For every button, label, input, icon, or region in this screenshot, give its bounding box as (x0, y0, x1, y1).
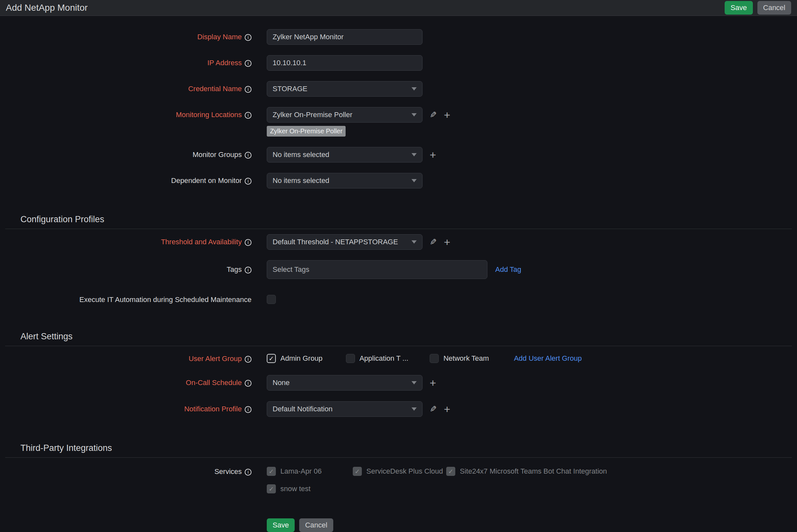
monitoring-locations-row: Monitoring Locationsi Zylker On-Premise … (0, 107, 797, 137)
alert-group-option: Application T ... (346, 354, 409, 363)
credential-name-row: Credential Namei STORAGE (0, 81, 797, 97)
add-tag-link[interactable]: Add Tag (495, 265, 521, 274)
section-divider (5, 229, 792, 229)
info-icon[interactable]: i (245, 152, 252, 159)
cancel-button-top[interactable]: Cancel (757, 1, 791, 15)
info-icon[interactable]: i (245, 86, 252, 93)
service-option: ✓ Site24x7 Microsoft Teams Bot Chat Inte… (446, 467, 607, 476)
notification-profile-label: Notification Profilei (0, 401, 252, 417)
edit-icon[interactable]: ✎ (430, 405, 437, 413)
ip-address-label: IP Addressi (0, 55, 252, 71)
add-icon[interactable]: + (444, 236, 450, 248)
application-team-checkbox[interactable] (346, 354, 355, 363)
third-party-title: Third-Party Integrations (20, 443, 797, 453)
notification-profile-row: Notification Profilei Default Notificati… (0, 401, 797, 417)
lama-apr-checkbox: ✓ (267, 467, 276, 476)
admin-group-checkbox[interactable]: ✓ (267, 354, 276, 363)
chevron-down-icon (411, 179, 417, 182)
monitoring-locations-label: Monitoring Locationsi (0, 107, 252, 122)
chevron-down-icon (411, 87, 417, 91)
display-name-row: Display Namei (0, 29, 797, 45)
check-icon: ✓ (269, 356, 274, 362)
check-icon: ✓ (269, 469, 274, 475)
save-button-top[interactable]: Save (725, 1, 753, 15)
threshold-row: Threshold and Availabilityi Default Thre… (0, 234, 797, 250)
page-title: Add NetApp Monitor (6, 3, 88, 13)
monitor-groups-row: Monitor Groupsi No items selected + (0, 147, 797, 163)
info-icon[interactable]: i (245, 267, 252, 273)
add-icon[interactable]: + (430, 377, 436, 388)
chevron-down-icon (411, 240, 417, 244)
chevron-down-icon (411, 153, 417, 156)
info-icon[interactable]: i (245, 60, 252, 67)
form-content: Display Namei IP Addressi Credential Nam… (0, 16, 797, 532)
dependent-on-monitor-value: No items selected (273, 176, 329, 185)
ip-address-input[interactable] (267, 55, 423, 71)
chevron-down-icon (411, 407, 417, 411)
configuration-profiles-section: Configuration Profiles (0, 214, 797, 229)
alert-group-option: ✓ Admin Group (267, 354, 322, 363)
info-icon[interactable]: i (245, 406, 252, 413)
monitoring-locations-select[interactable]: Zylker On-Premise Poller (267, 107, 423, 122)
dependent-on-monitor-label: Dependent on Monitori (0, 173, 252, 188)
notification-profile-select[interactable]: Default Notification (267, 401, 423, 417)
info-icon[interactable]: i (245, 239, 252, 246)
add-user-alert-group-link[interactable]: Add User Alert Group (514, 354, 582, 363)
save-button-bottom[interactable]: Save (267, 518, 295, 532)
info-icon[interactable]: i (245, 380, 252, 387)
on-call-schedule-row: On-Call Schedulei None + (0, 375, 797, 391)
notification-profile-value: Default Notification (273, 405, 333, 413)
info-icon[interactable]: i (245, 34, 252, 41)
selected-location-chip: Zylker On-Premise Poller (267, 126, 346, 137)
on-call-schedule-select[interactable]: None (267, 375, 423, 391)
monitor-groups-select[interactable]: No items selected (267, 147, 423, 163)
add-icon[interactable]: + (444, 403, 450, 415)
top-bar-actions: Save Cancel (725, 1, 791, 15)
credential-name-select[interactable]: STORAGE (267, 81, 423, 97)
servicedesk-checkbox: ✓ (353, 467, 362, 476)
services-row: Servicesi ✓ Lama-Apr 06 ✓ ServiceDesk Pl… (0, 467, 797, 493)
add-icon[interactable]: + (430, 149, 436, 160)
chevron-down-icon (411, 113, 417, 116)
on-call-schedule-label: On-Call Schedulei (0, 375, 252, 391)
teams-bot-checkbox: ✓ (446, 467, 455, 476)
check-icon: ✓ (355, 469, 360, 475)
user-alert-group-label: User Alert Groupi (0, 354, 252, 364)
display-name-label: Display Namei (0, 29, 252, 45)
it-automation-checkbox[interactable] (267, 295, 276, 304)
add-icon[interactable]: + (444, 109, 450, 120)
section-divider (5, 457, 792, 458)
service-option: ✓ Lama-Apr 06 (267, 467, 350, 476)
alert-group-option: Network Team (430, 354, 489, 363)
tags-input[interactable] (267, 260, 487, 279)
info-icon[interactable]: i (245, 178, 252, 185)
edit-icon[interactable]: ✎ (430, 111, 437, 119)
edit-icon[interactable]: ✎ (430, 238, 437, 246)
credential-name-value: STORAGE (273, 85, 307, 93)
snow-test-checkbox: ✓ (267, 484, 276, 493)
info-icon[interactable]: i (245, 356, 252, 363)
it-automation-row: Execute IT Automation during Scheduled M… (0, 295, 797, 305)
cancel-button-bottom[interactable]: Cancel (299, 518, 333, 532)
top-bar: Add NetApp Monitor Save Cancel (0, 0, 797, 16)
it-automation-label: Execute IT Automation during Scheduled M… (0, 295, 252, 305)
alert-settings-section: Alert Settings (0, 331, 797, 346)
info-icon[interactable]: i (245, 469, 252, 476)
threshold-select[interactable]: Default Threshold - NETAPPSTORAGE (267, 234, 423, 250)
info-icon[interactable]: i (245, 112, 252, 119)
dependent-on-monitor-row: Dependent on Monitori No items selected (0, 173, 797, 188)
tags-row: Tagsi Add Tag (0, 260, 797, 279)
footer-actions: Save Cancel (267, 518, 797, 532)
network-team-checkbox[interactable] (430, 354, 439, 363)
check-icon: ✓ (448, 469, 453, 475)
threshold-value: Default Threshold - NETAPPSTORAGE (273, 238, 398, 246)
tags-label: Tagsi (0, 260, 252, 279)
section-divider (5, 346, 792, 346)
monitoring-locations-value: Zylker On-Premise Poller (273, 111, 352, 119)
alert-settings-title: Alert Settings (20, 331, 797, 342)
display-name-input[interactable] (267, 29, 423, 45)
service-option: ✓ ServiceDesk Plus Cloud (353, 467, 443, 476)
services-label: Servicesi (0, 467, 252, 477)
dependent-on-monitor-select[interactable]: No items selected (267, 173, 423, 188)
on-call-schedule-value: None (273, 379, 290, 387)
